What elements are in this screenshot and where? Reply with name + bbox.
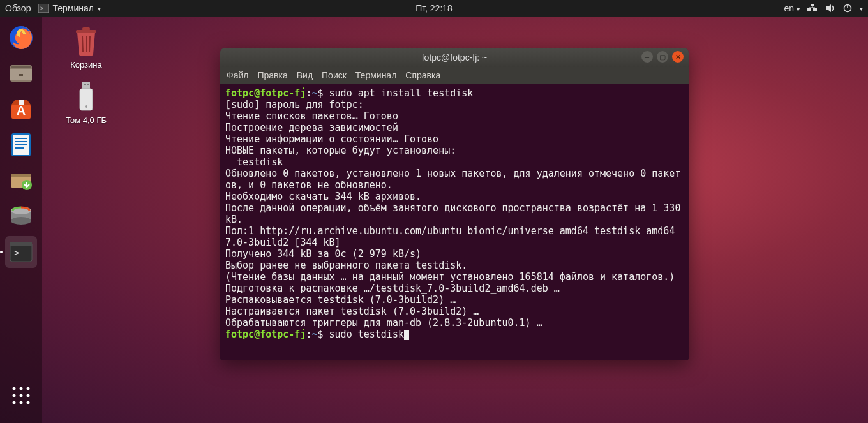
terminal-output[interactable]: fotpc@fotpc-fj:~$ sudo apt install testd… — [220, 84, 689, 360]
svg-rect-48 — [84, 84, 86, 85]
svg-point-36 — [13, 394, 16, 397]
power-icon[interactable] — [843, 4, 852, 13]
menu-edit[interactable]: Правка — [257, 70, 287, 80]
svg-rect-3 — [813, 8, 817, 11]
dock-files[interactable] — [5, 57, 37, 89]
dock-disks[interactable] — [5, 200, 37, 232]
svg-point-33 — [13, 387, 16, 390]
firefox-icon — [8, 24, 34, 51]
svg-point-35 — [27, 387, 30, 390]
dock-software[interactable]: A — [5, 93, 37, 125]
svg-line-44 — [82, 36, 83, 52]
svg-line-46 — [89, 36, 90, 52]
window-close-button[interactable]: ✕ — [672, 51, 684, 63]
chevron-down-icon: ▾ — [98, 5, 101, 12]
svg-text:A: A — [17, 103, 26, 117]
svg-rect-47 — [82, 82, 90, 89]
terminal-window: fotpc@fotpc-fj: ~ – ▢ ✕ Файл Правка Вид … — [220, 48, 689, 360]
window-title: fotpc@fotpc-fj: ~ — [422, 52, 488, 63]
system-menu-chevron-icon[interactable]: ▾ — [860, 5, 863, 12]
svg-point-40 — [20, 401, 23, 404]
app-menu-label: Терминал — [52, 3, 93, 13]
svg-rect-49 — [87, 84, 89, 85]
disks-icon — [8, 203, 34, 230]
svg-rect-31 — [10, 242, 32, 246]
terminal-icon: >_ — [38, 4, 49, 13]
writer-icon — [8, 131, 34, 158]
show-applications[interactable] — [5, 380, 37, 412]
svg-point-34 — [20, 387, 23, 390]
svg-rect-43 — [82, 27, 90, 31]
dock-terminal[interactable]: >_ — [5, 236, 37, 268]
svg-point-28 — [11, 217, 31, 225]
desktop-icons: Корзина Том 4,0 ГБ — [57, 26, 115, 125]
top-panel: Обзор >_ Терминал ▾ Пт, 22:18 en ▾ ▾ — [0, 0, 868, 17]
svg-point-37 — [20, 394, 23, 397]
files-icon — [8, 60, 34, 87]
svg-rect-20 — [15, 141, 27, 142]
svg-rect-4 — [811, 4, 814, 6]
menu-view[interactable]: Вид — [297, 70, 313, 80]
svg-rect-13 — [11, 66, 31, 68]
usb-drive-icon — [57, 81, 115, 113]
dock-install[interactable] — [5, 165, 37, 197]
svg-rect-21 — [15, 144, 27, 145]
app-menu[interactable]: >_ Терминал ▾ — [38, 3, 100, 13]
svg-point-41 — [27, 401, 30, 404]
trash-icon — [57, 26, 115, 57]
activities-button[interactable]: Обзор — [5, 3, 31, 13]
terminal-app-icon: >_ — [8, 239, 34, 265]
desktop-trash[interactable]: Корзина — [57, 26, 115, 70]
window-maximize-button[interactable]: ▢ — [657, 51, 668, 63]
desktop-volume-label: Том 4,0 ГБ — [57, 115, 115, 125]
svg-text:>_: >_ — [40, 5, 47, 11]
volume-icon[interactable] — [825, 4, 835, 13]
input-language[interactable]: en ▾ — [784, 3, 800, 13]
svg-rect-19 — [15, 138, 27, 139]
dock: A >_ — [0, 17, 42, 423]
terminal-menubar: Файл Правка Вид Поиск Терминал Справка — [220, 67, 689, 84]
svg-point-38 — [27, 394, 30, 397]
menu-find[interactable]: Поиск — [322, 70, 347, 80]
software-icon: A — [8, 96, 34, 122]
window-titlebar[interactable]: fotpc@fotpc-fj: ~ – ▢ ✕ — [220, 48, 689, 67]
clock[interactable]: Пт, 22:18 — [415, 3, 453, 13]
apps-grid-icon — [11, 385, 31, 406]
window-minimize-button[interactable]: – — [641, 51, 653, 63]
svg-text:>_: >_ — [14, 248, 25, 258]
svg-point-51 — [85, 105, 87, 108]
dock-writer[interactable] — [5, 129, 37, 161]
svg-rect-14 — [19, 74, 23, 76]
desktop-trash-label: Корзина — [57, 60, 115, 70]
menu-help[interactable]: Справка — [405, 70, 440, 80]
install-icon — [8, 167, 34, 194]
network-icon[interactable] — [807, 4, 818, 13]
svg-rect-22 — [15, 147, 24, 149]
svg-rect-24 — [11, 174, 31, 177]
svg-marker-7 — [826, 4, 831, 12]
menu-terminal[interactable]: Терминал — [355, 70, 396, 80]
dock-firefox[interactable] — [5, 22, 37, 54]
svg-rect-2 — [807, 8, 811, 11]
svg-point-39 — [13, 401, 16, 404]
menu-file[interactable]: Файл — [227, 70, 248, 80]
desktop-volume[interactable]: Том 4,0 ГБ — [57, 81, 115, 125]
